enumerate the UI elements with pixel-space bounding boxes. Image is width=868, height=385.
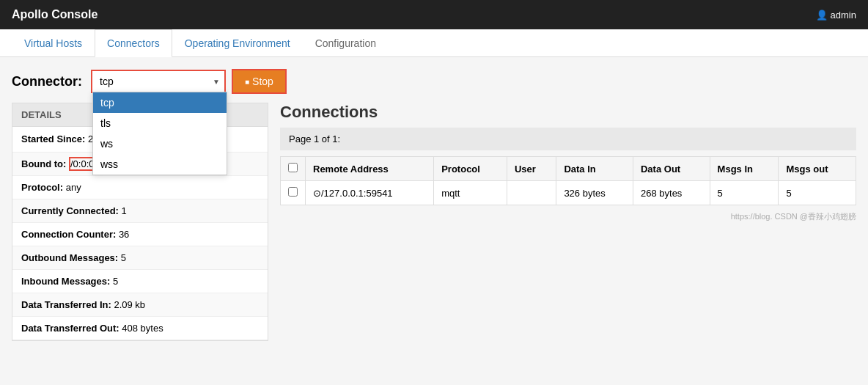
- tab-operating-environment[interactable]: Operating Environment: [172, 29, 303, 57]
- tab-connectors[interactable]: Connectors: [95, 29, 172, 57]
- table-header-row: Remote Address Protocol User Data In Dat…: [281, 157, 856, 181]
- connections-title: Connections: [280, 103, 856, 122]
- detail-currently-connected: Currently Connected: 1: [12, 199, 268, 223]
- detail-protocol: Protocol: any: [12, 176, 268, 199]
- row-data-out: 268 bytes: [633, 181, 710, 205]
- tab-virtual-hosts[interactable]: Virtual Hosts: [12, 29, 95, 57]
- row-checkbox[interactable]: [288, 187, 298, 197]
- row-checkbox-cell: [281, 181, 306, 205]
- col-remote-address: Remote Address: [306, 157, 434, 181]
- watermark: https://blog. CSDN @香辣小鸡翅膀: [280, 211, 856, 222]
- tab-bar: Virtual Hosts Connectors Operating Envir…: [0, 29, 868, 57]
- detail-inbound-messages: Inbound Messages: 5: [12, 270, 268, 293]
- navbar: Apollo Console admin: [0, 0, 868, 29]
- row-data-in: 326 bytes: [556, 181, 633, 205]
- connector-label: Connector:: [12, 74, 82, 89]
- right-panel: Connections Page 1 of 1: Remote Address …: [268, 103, 856, 341]
- col-msgs-in: Msgs In: [710, 157, 779, 181]
- connector-dropdown-menu: tcp tls ws wss: [92, 92, 227, 175]
- connector-select-box: tcp tls ws wss ▼ tcp tls ws wss: [91, 70, 226, 93]
- detail-data-transferred-in: Data Transferred In: 2.09 kb: [12, 293, 268, 317]
- col-data-out: Data Out: [633, 157, 710, 181]
- dropdown-option-wss[interactable]: wss: [93, 154, 227, 175]
- dropdown-option-tls[interactable]: tls: [93, 113, 227, 133]
- col-user: User: [507, 157, 556, 181]
- user-menu[interactable]: admin: [816, 10, 856, 21]
- col-protocol: Protocol: [434, 157, 507, 181]
- connector-row: Connector: tcp tls ws wss ▼ tcp tls ws w…: [12, 69, 856, 94]
- table-row: ⊙/127.0.0.1:59541 mqtt 326 bytes 268 byt…: [281, 181, 856, 205]
- dropdown-option-ws[interactable]: ws: [93, 133, 227, 154]
- app-title: Apollo Console: [12, 8, 98, 21]
- col-data-in: Data In: [556, 157, 633, 181]
- main-content: Connector: tcp tls ws wss ▼ tcp tls ws w…: [0, 57, 868, 353]
- connector-select[interactable]: tcp tls ws wss: [92, 71, 224, 92]
- connections-table: Remote Address Protocol User Data In Dat…: [280, 156, 856, 205]
- row-msgs-in: 5: [710, 181, 779, 205]
- row-remote-address: ⊙/127.0.0.1:59541: [306, 181, 434, 205]
- page-info: Page 1 of 1:: [280, 128, 856, 150]
- dropdown-option-tcp[interactable]: tcp: [93, 92, 227, 113]
- detail-connection-counter: Connection Counter: 36: [12, 223, 268, 246]
- tab-configuration[interactable]: Configuration: [303, 29, 389, 57]
- col-checkbox: [281, 157, 306, 181]
- row-msgs-out: 5: [779, 181, 856, 205]
- row-user: [507, 181, 556, 205]
- detail-data-transferred-out: Data Transferred Out: 408 bytes: [12, 317, 268, 340]
- row-protocol: mqtt: [434, 181, 507, 205]
- col-msgs-out: Msgs out: [779, 157, 856, 181]
- select-all-checkbox[interactable]: [288, 163, 298, 172]
- stop-button[interactable]: Stop: [232, 69, 287, 94]
- detail-outbound-messages: Outbound Messages: 5: [12, 246, 268, 270]
